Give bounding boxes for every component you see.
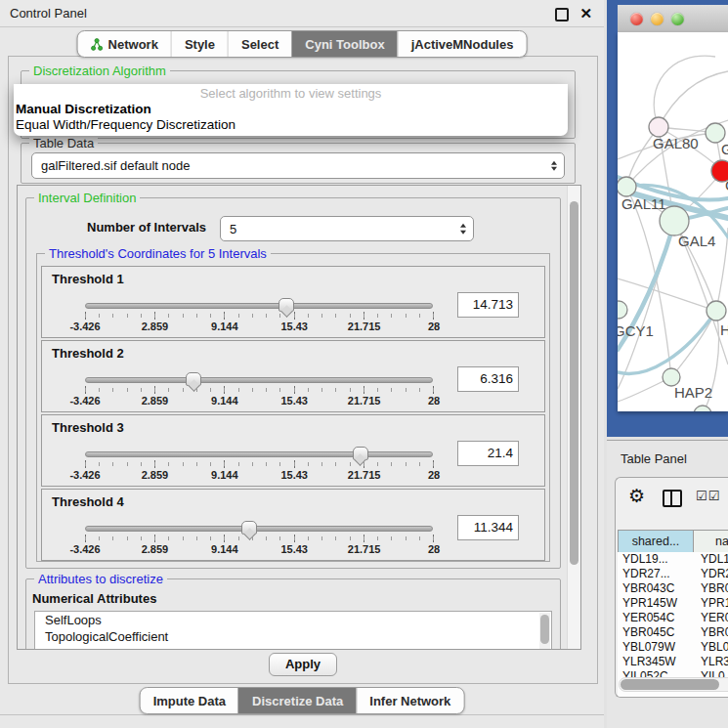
threshold-3-slider[interactable]: -3.4262.8599.14415.4321.71528 [85,447,433,480]
column-header-shared[interactable]: shared... [618,531,694,552]
tick-label: 28 [428,543,440,555]
network-window-titlebar [618,5,728,33]
threshold-1-slider[interactable]: -3.4262.8599.14415.4321.71528 [85,298,433,331]
apply-row: Apply [9,653,597,676]
tab-select[interactable]: Select [228,31,291,57]
threshold-1-value[interactable]: 14.713 [457,292,519,318]
tab-jactivemnodules[interactable]: jActiveMNodules [398,31,527,57]
cell-shared-name: YDL19... [618,552,692,567]
screenshot-stage: Control Panel ✕ NetworkStyleSelectCyni T… [0,0,728,728]
cell-shared-name: YBL079W [618,640,692,655]
network-canvas[interactable]: GAL80GACGAL11GAL4GCY1HHAP2 [618,32,728,411]
tab-discretize-data[interactable]: Discretize Data [238,688,356,713]
tab-network[interactable]: Network [78,31,171,57]
table-row[interactable]: YDL19...YDL1 [618,552,728,567]
tick-label: 21.715 [348,543,381,555]
close-traffic-light-icon[interactable] [630,13,643,25]
vertical-scrollbar-thumb[interactable] [570,201,578,565]
node-gal4[interactable] [660,206,689,236]
threshold-3-value[interactable]: 21.4 [457,441,519,466]
tick-label: 28 [428,469,440,481]
checkbox-icons[interactable]: ☑☑ [696,489,720,503]
algorithm-option-equal-width-frequency-discretization[interactable]: Equal Width/Frequency Discretization [14,117,568,133]
node-gcy1[interactable] [618,301,627,319]
slider-track[interactable] [85,303,433,309]
table-row[interactable]: YBR043CYBR0 [618,581,728,596]
tab-cyni-toolbox[interactable]: Cyni Toolbox [291,31,397,57]
zoom-traffic-light-icon[interactable] [671,13,684,25]
apply-button[interactable]: Apply [269,653,337,676]
table-row[interactable]: YPR145WYPR1 [618,596,728,611]
list-scrollbar-thumb[interactable] [540,615,549,644]
thresholds-coordinates-title: Threshold's Coordinates for 5 Intervals [45,246,271,261]
table-row[interactable]: YBR045CYBR0 [618,625,728,640]
network-graph: GAL80GACGAL11GAL4GCY1HHAP2 [618,32,728,411]
node-unlabeled[interactable] [694,406,711,411]
float-window-icon[interactable] [555,8,569,21]
minimize-traffic-light-icon[interactable] [651,13,664,25]
tick-label: 2.859 [142,543,169,555]
gear-icon[interactable]: ⚙ [628,486,645,507]
tab-infer-network[interactable]: Infer Network [356,688,463,713]
cell-name: YBR0 [692,581,728,596]
threshold-1-panel: Threshold 1-3.4262.8599.14415.4321.71528… [41,266,545,338]
threshold-2-handle[interactable] [186,372,201,386]
minor-ticks [85,388,434,392]
node-h[interactable] [707,301,726,321]
number-of-intervals-spinner[interactable]: 5 [220,216,474,241]
tick-label: -3.426 [69,395,100,407]
node-gal80[interactable] [649,117,668,137]
threshold-2-value[interactable]: 6.316 [457,366,519,392]
list-scrollbar[interactable] [539,613,550,650]
node-gal11[interactable] [618,177,636,196]
table-row[interactable]: YLR345WYLR3 [618,655,728,669]
table-header-row: shared... na [618,530,728,553]
tick-labels: -3.4262.8599.14415.4321.71528 [85,543,434,555]
control-panel-bottom-edge [0,714,604,715]
vertical-scrollbar[interactable] [567,186,580,649]
tab-impute-data[interactable]: Impute Data [141,688,238,713]
column-header-name[interactable]: na [694,531,728,552]
tick-labels: -3.4262.8599.14415.4321.71528 [85,395,434,407]
algorithm-option-manual-discretization[interactable]: Manual Discretization [14,102,568,117]
threshold-4-handle[interactable] [241,521,257,535]
threshold-1-handle[interactable] [278,298,294,312]
slider-track[interactable] [85,526,433,532]
number-of-intervals-label: Number of Intervals [87,220,206,235]
stepper-arrows-icon[interactable] [551,160,557,171]
interval-definition-title: Interval Definition [34,191,140,205]
column-layout-icon[interactable] [663,490,682,507]
discretization-algorithm-group-title: Discretization Algorithm [29,64,170,78]
threshold-4-slider[interactable]: -3.4262.8599.14415.4321.71528 [85,521,433,554]
table-rows: YDL19...YDL1YDR27...YDR2YBR043CYBR0YPR14… [618,552,728,697]
tick-marks [85,312,434,320]
threshold-3-handle[interactable] [353,447,368,460]
tab-style[interactable]: Style [171,31,228,57]
attribute-item-selfloops[interactable]: SelfLoops [35,612,551,628]
slider-track[interactable] [85,377,433,383]
close-icon[interactable]: ✕ [579,5,592,21]
threshold-2-slider[interactable]: -3.4262.8599.14415.4321.71528 [85,372,433,406]
network-edge [659,71,728,127]
control-panel-title: Control Panel [10,6,87,21]
slider-track[interactable] [85,451,433,457]
network-view-window: GAL80GACGAL11GAL4GCY1HHAP2 [607,0,728,437]
tick-marks [85,460,434,468]
attribute-item-betweennesscentrality[interactable]: BetweennessCentrality [35,645,551,650]
table-data-group: Table Data galFiltered.sif default node [21,143,576,184]
threshold-4-value[interactable]: 11.344 [457,515,519,540]
horizontal-scrollbar-thumb[interactable] [621,679,719,690]
attribute-item-topologicalcoefficient[interactable]: TopologicalCoefficient [35,628,551,645]
threshold-1-label: Threshold 1 [52,272,124,286]
table-row[interactable]: YDR27...YDR2 [618,567,728,581]
table-row[interactable]: YBL079WYBL0 [618,640,728,655]
tab-label: Impute Data [153,694,226,708]
numerical-attributes-listbox[interactable]: SelfLoopsTopologicalCoefficientBetweenne… [34,611,552,650]
stepper-arrows-icon[interactable] [460,224,466,235]
table-row[interactable]: YER054CYER0 [618,611,728,625]
tab-label: Select [241,37,278,52]
cell-name: YLR3 [692,655,728,669]
table-data-combobox[interactable]: galFiltered.sif default node [31,152,565,179]
horizontal-scrollbar[interactable] [619,677,728,692]
node-ga[interactable] [706,123,725,143]
